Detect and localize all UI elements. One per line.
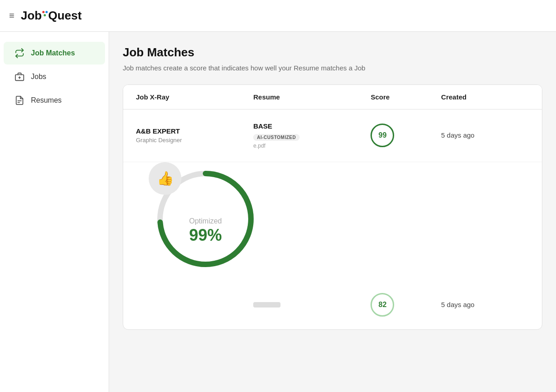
header: ≡ Job Quest [0,0,556,32]
jobs-icon [15,72,25,82]
col-resume: Resume [253,93,371,101]
logo-dot-green [44,14,46,16]
menu-icon[interactable]: ≡ [9,10,15,21]
job-matches-table: Job X-Ray Resume Score Created A&B EXPER… [123,84,542,330]
created-text: 5 days ago [441,301,474,308]
col-created: Created [441,93,529,101]
logo: Job Quest [21,9,82,23]
table-row[interactable]: A&B EXPERT Graphic Designer BASE AI-CUST… [123,109,542,162]
sidebar-item-label: Job Matches [31,49,75,57]
score-value: 99 [379,131,387,139]
job-info: A&B EXPERT Graphic Designer [136,127,253,144]
created-text: 5 days ago [441,131,474,139]
score-circle: 82 [371,293,394,317]
resume-info: BASE AI-CUSTOMIZED e.pdf [253,122,371,149]
col-job-xray: Job X-Ray [136,93,253,101]
layout: Job Matches Jobs [0,32,556,392]
resume-file: e.pdf [253,143,371,149]
created-cell: 5 days ago [441,131,529,139]
table-body: A&B EXPERT Graphic Designer BASE AI-CUST… [123,109,542,329]
table-header: Job X-Ray Resume Score Created [123,85,542,109]
resume-name: BASE [253,122,371,130]
score-cell: 99 [371,124,441,147]
page-subtitle: Job matches create a score that indicate… [123,63,441,74]
score-value: 82 [379,301,387,309]
page-title: Job Matches [123,45,542,60]
logo-dot-blue [45,11,48,13]
sidebar-item-jobs[interactable]: Jobs [4,65,105,88]
resume-info [253,302,371,308]
sidebar: Job Matches Jobs [0,32,109,392]
created-cell: 5 days ago [441,301,529,309]
sidebar-item-resumes[interactable]: Resumes [4,89,105,112]
job-title: A&B EXPERT [136,127,253,135]
resume-badge: AI-CUSTOMIZED [253,134,300,141]
optimized-popup: 👍 Optimized 99% [136,171,542,289]
svg-text:Optimized: Optimized [189,217,222,225]
sidebar-item-label: Resumes [31,96,62,104]
svg-text:99%: 99% [189,226,222,244]
sidebar-item-job-matches[interactable]: Job Matches [4,42,105,65]
score-cell: 82 [371,293,441,317]
logo-quest-text: Quest [48,9,82,23]
job-subtitle: Graphic Designer [136,137,253,144]
thumb-icon: 👍 [149,162,181,195]
main-content: Job Matches Job matches create a score t… [109,32,556,392]
sidebar-item-label: Jobs [31,73,46,81]
resumes-icon [15,95,25,105]
optimized-card: 👍 Optimized 99% [149,162,267,280]
job-matches-icon [15,48,25,58]
logo-dot-red [42,11,45,13]
score-circle: 99 [371,124,394,147]
col-score: Score [371,93,441,101]
logo-job-text: Job [21,9,42,23]
